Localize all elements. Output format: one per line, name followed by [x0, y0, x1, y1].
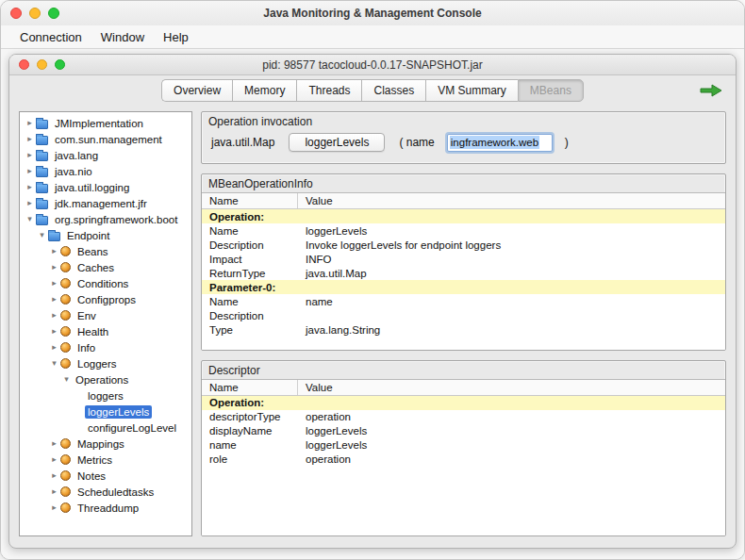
- menu-window[interactable]: Window: [91, 30, 154, 44]
- tree-item-label: Loggers: [74, 357, 120, 371]
- collapsed-arrow-icon[interactable]: ▸: [48, 484, 60, 500]
- cell-name: Description: [202, 239, 298, 251]
- collapsed-arrow-icon[interactable]: ▸: [48, 436, 60, 452]
- collapsed-arrow-icon[interactable]: ▸: [48, 452, 60, 468]
- cell-value: Invoke loggerLevels for endpoint loggers: [298, 239, 725, 251]
- column-header-value[interactable]: Value: [298, 195, 725, 206]
- expanded-arrow-icon[interactable]: ▾: [48, 355, 60, 371]
- tree-item-loggerlevels[interactable]: loggerLevels: [20, 404, 191, 420]
- jconsole-window: Java Monitoring & Management Console Con…: [0, 0, 745, 560]
- descriptor-title: Descriptor: [202, 361, 725, 379]
- tree-item-mappings[interactable]: ▸Mappings: [20, 436, 191, 452]
- tab-mbeans[interactable]: MBeans: [518, 79, 584, 102]
- column-header-name[interactable]: Name: [202, 380, 298, 395]
- tree-item-loggers[interactable]: loggers: [20, 387, 191, 404]
- tree-item-java-util-logging[interactable]: ▸java.util.logging: [20, 179, 191, 195]
- column-header-name[interactable]: Name: [202, 193, 298, 208]
- expanded-arrow-icon[interactable]: ▾: [36, 227, 48, 243]
- tree-item-beans[interactable]: ▸Beans: [20, 243, 191, 259]
- table-row[interactable]: Operation:: [202, 396, 725, 410]
- loggerlevels-invoke-button[interactable]: loggerLevels: [289, 133, 385, 152]
- cell-value: loggerLevels: [298, 439, 725, 451]
- tree-item-com-sun-management[interactable]: ▸com.sun.management: [20, 131, 191, 147]
- tab-vm-summary[interactable]: VM Summary: [425, 79, 518, 102]
- tree-item-metrics[interactable]: ▸Metrics: [20, 452, 191, 468]
- collapsed-arrow-icon[interactable]: ▸: [24, 131, 36, 147]
- tree-item-java-lang[interactable]: ▸java.lang: [20, 147, 191, 163]
- bean-icon: [60, 246, 71, 256]
- collapsed-arrow-icon[interactable]: ▸: [48, 468, 60, 484]
- tree-item-jdk-management-jfr[interactable]: ▸jdk.management.jfr: [20, 195, 191, 211]
- tree-item-configureloglevel[interactable]: configureLogLevel: [20, 420, 191, 436]
- table-header-row: NameValue: [202, 193, 725, 209]
- collapsed-arrow-icon[interactable]: ▸: [24, 147, 36, 163]
- tree-item-notes[interactable]: ▸Notes: [20, 468, 191, 484]
- collapsed-arrow-icon[interactable]: ▸: [48, 307, 60, 323]
- collapsed-arrow-icon[interactable]: ▸: [48, 339, 60, 355]
- tree-item-threaddump[interactable]: ▸Threaddump: [20, 500, 191, 516]
- table-row[interactable]: Namename: [202, 294, 725, 308]
- tree-item-org-springframework-boot[interactable]: ▾org.springframework.boot: [20, 211, 191, 227]
- menu-help[interactable]: Help: [154, 30, 198, 44]
- tree-item-jmimplementation[interactable]: ▸JMImplementation: [20, 115, 191, 131]
- collapsed-arrow-icon[interactable]: ▸: [48, 243, 60, 259]
- tree-item-loggers[interactable]: ▾Loggers: [20, 355, 191, 371]
- tree-item-java-nio[interactable]: ▸java.nio: [20, 163, 191, 179]
- collapsed-arrow-icon[interactable]: ▸: [48, 259, 60, 275]
- tab-classes[interactable]: Classes: [361, 79, 425, 102]
- tree-item-conditions[interactable]: ▸Conditions: [20, 275, 191, 291]
- table-row[interactable]: ImpactINFO: [202, 252, 725, 266]
- bean-icon: [60, 502, 71, 513]
- table-row[interactable]: descriptorTypeoperation: [202, 410, 725, 424]
- tree-item-operations[interactable]: ▾Operations: [20, 371, 191, 387]
- table-row[interactable]: ReturnTypejava.util.Map: [202, 266, 725, 280]
- tab-memory[interactable]: Memory: [232, 79, 296, 102]
- collapsed-arrow-icon[interactable]: ▸: [48, 291, 60, 307]
- collapsed-arrow-icon[interactable]: ▸: [48, 323, 60, 339]
- table-row[interactable]: Parameter-0:: [202, 280, 725, 294]
- operation-invocation-title: Operation invocation: [202, 112, 725, 130]
- mbean-tree[interactable]: ▸JMImplementation▸com.sun.management▸jav…: [19, 111, 192, 536]
- tree-item-info[interactable]: ▸Info: [20, 339, 191, 355]
- connection-close-button[interactable]: [19, 59, 29, 70]
- tab-threads[interactable]: Threads: [296, 79, 361, 102]
- tree-item-label: Scheduledtasks: [74, 486, 157, 499]
- tree-item-health[interactable]: ▸Health: [20, 323, 191, 339]
- collapsed-arrow-icon[interactable]: ▸: [24, 195, 36, 211]
- expanded-arrow-icon[interactable]: ▾: [60, 371, 73, 387]
- tree-item-scheduledtasks[interactable]: ▸Scheduledtasks: [20, 484, 191, 500]
- mbeanoperationinfo-table: NameValueOperation:NameloggerLevelsDescr…: [202, 192, 725, 350]
- table-row[interactable]: Typejava.lang.String: [202, 322, 725, 337]
- table-row[interactable]: Description: [202, 308, 725, 322]
- collapsed-arrow-icon[interactable]: ▸: [24, 115, 36, 131]
- operation-invocation-group: Operation invocation java.util.Map logge…: [201, 111, 726, 164]
- tree-item-caches[interactable]: ▸Caches: [20, 259, 191, 275]
- table-row[interactable]: Operation:: [202, 209, 725, 223]
- connection-minimize-button[interactable]: [37, 59, 47, 70]
- collapsed-arrow-icon[interactable]: ▸: [48, 500, 60, 516]
- collapsed-arrow-icon[interactable]: ▸: [24, 179, 36, 195]
- minimize-button[interactable]: [29, 8, 41, 19]
- table-row[interactable]: roleoperation: [202, 453, 725, 467]
- bean-icon: [60, 342, 71, 353]
- table-row[interactable]: displayNameloggerLevels: [202, 424, 725, 438]
- zoom-button[interactable]: [48, 8, 59, 19]
- table-row[interactable]: NameloggerLevels: [202, 223, 725, 238]
- folder-icon: [36, 184, 48, 193]
- tree-item-env[interactable]: ▸Env: [20, 307, 191, 323]
- expanded-arrow-icon[interactable]: ▾: [24, 211, 36, 227]
- table-row[interactable]: nameloggerLevels: [202, 438, 725, 453]
- table-row[interactable]: DescriptionInvoke loggerLevels for endpo…: [202, 238, 725, 252]
- collapsed-arrow-icon[interactable]: ▸: [48, 275, 60, 291]
- close-button[interactable]: [10, 8, 22, 19]
- menu-connection[interactable]: Connection: [10, 30, 91, 44]
- connection-zoom-button[interactable]: [55, 59, 65, 70]
- tree-item-configprops[interactable]: ▸Configprops: [20, 291, 191, 307]
- column-header-value[interactable]: Value: [298, 382, 725, 393]
- connection-titlebar: pid: 98577 tacocloud-0.0.17-SNAPSHOT.jar: [9, 55, 736, 75]
- parameter-name-field[interactable]: ingframework.web: [447, 134, 553, 152]
- tab-overview[interactable]: Overview: [161, 79, 232, 102]
- bean-icon: [60, 358, 71, 369]
- collapsed-arrow-icon[interactable]: ▸: [24, 163, 36, 179]
- tree-item-endpoint[interactable]: ▾Endpoint: [20, 227, 191, 243]
